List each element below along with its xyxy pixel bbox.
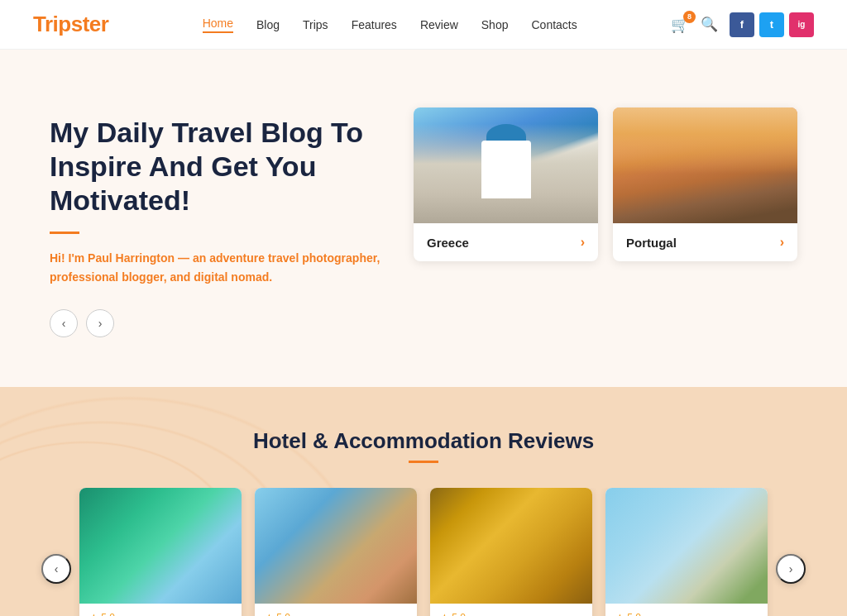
hotel-section-title: Hotel & Accommodation Reviews — [0, 428, 847, 454]
hotel-card-body-0: ★ 5.0 Windemere Hotel — [79, 604, 242, 616]
hero-title: My Daily Travel Blog To Inspire And Get … — [50, 116, 380, 217]
hotel-image-0 — [79, 488, 242, 604]
destination-card-portugal[interactable]: Portugal › — [613, 107, 797, 261]
hotel-image-2 — [430, 488, 592, 604]
nav-contacts[interactable]: Contacts — [531, 18, 577, 31]
greece-image — [414, 107, 598, 223]
hotel-card-body-2: ★ 5.0 Ashdown Park Hotel — [430, 604, 592, 616]
portugal-label-row: Portugal › — [613, 223, 797, 261]
nav-shop[interactable]: Shop — [481, 18, 509, 31]
logo[interactable]: Tripster — [33, 12, 108, 37]
hotel-stars-3: ★ 5.0 — [615, 612, 758, 616]
twitter-button[interactable]: t — [759, 12, 784, 37]
hero-text: My Daily Travel Blog To Inspire And Get … — [50, 99, 380, 337]
hotel-divider — [409, 461, 438, 463]
hotel-card-1[interactable]: ★ 5.0 Dana Longkawi Hotel — [255, 488, 417, 616]
logo-accent: Trip — [33, 12, 71, 36]
hotel-card-0[interactable]: ★ 5.0 Windemere Hotel — [79, 488, 242, 616]
nav-review[interactable]: Review — [420, 18, 458, 31]
logo-ter: ter — [83, 12, 109, 36]
greece-label: Greece — [427, 236, 469, 250]
hotel-cards-container: ★ 5.0 Windemere Hotel ★ 5.0 Dana Longkaw… — [71, 488, 776, 616]
hotel-card-3[interactable]: ★ 5.0 Posada de Gracia Hotel — [605, 488, 768, 616]
dome-decoration — [486, 124, 526, 149]
nav-blog[interactable]: Blog — [256, 18, 280, 31]
hotel-carousel: ‹ ★ 5.0 Windemere Hotel ★ 5.0 Dana Longk… — [0, 488, 847, 616]
nav-home[interactable]: Home — [203, 17, 233, 33]
destination-cards: Greece › Portugal › — [414, 99, 797, 261]
header-right: 🛒 8 🔍 f t ig — [671, 12, 814, 37]
hero-section: My Daily Travel Blog To Inspire And Get … — [0, 50, 847, 387]
hotel-section: Hotel & Accommodation Reviews ‹ ★ 5.0 Wi… — [0, 387, 847, 616]
hotel-stars-2: ★ 5.0 — [440, 612, 582, 616]
nav-trips[interactable]: Trips — [303, 18, 328, 31]
hotel-card-2[interactable]: ★ 5.0 Ashdown Park Hotel — [430, 488, 592, 616]
hotel-image-1 — [255, 488, 417, 604]
hotel-card-body-1: ★ 5.0 Dana Longkawi Hotel — [255, 604, 417, 616]
logo-rest: s — [71, 12, 83, 36]
nav-features[interactable]: Features — [352, 18, 397, 31]
hero-prev-button[interactable]: ‹ — [50, 309, 78, 337]
hotel-stars-1: ★ 5.0 — [265, 612, 407, 616]
hotel-stars-0: ★ 5.0 — [89, 612, 232, 616]
hero-next-button[interactable]: › — [86, 309, 114, 337]
header: Tripster Home Blog Trips Features Review… — [0, 0, 847, 50]
hotel-next-button[interactable]: › — [776, 554, 806, 584]
portugal-image — [613, 107, 797, 223]
hotel-image-3 — [605, 488, 768, 604]
hero-bio: Hi! I'm Paul Harrington — an adventure t… — [50, 249, 380, 286]
hero-navigation: ‹ › — [50, 309, 380, 337]
hero-author: Paul Harrington — [88, 251, 175, 265]
main-nav: Home Blog Trips Features Review Shop Con… — [203, 17, 577, 33]
hero-intro: Hi! I'm — [50, 251, 88, 265]
destination-card-greece[interactable]: Greece › — [414, 107, 598, 261]
hotel-card-body-3: ★ 5.0 Posada de Gracia Hotel — [605, 604, 768, 616]
portugal-label: Portugal — [626, 236, 677, 250]
portugal-arrow: › — [780, 235, 784, 250]
cart-badge: 8 — [683, 11, 696, 23]
hotel-prev-button[interactable]: ‹ — [41, 554, 71, 584]
hero-divider — [50, 232, 79, 234]
social-links: f t ig — [730, 12, 814, 37]
facebook-button[interactable]: f — [730, 12, 754, 37]
instagram-button[interactable]: ig — [789, 12, 814, 37]
greece-label-row: Greece › — [414, 223, 598, 261]
search-button[interactable]: 🔍 — [701, 16, 718, 33]
greece-arrow: › — [581, 235, 585, 250]
cart-button[interactable]: 🛒 8 — [671, 16, 689, 34]
